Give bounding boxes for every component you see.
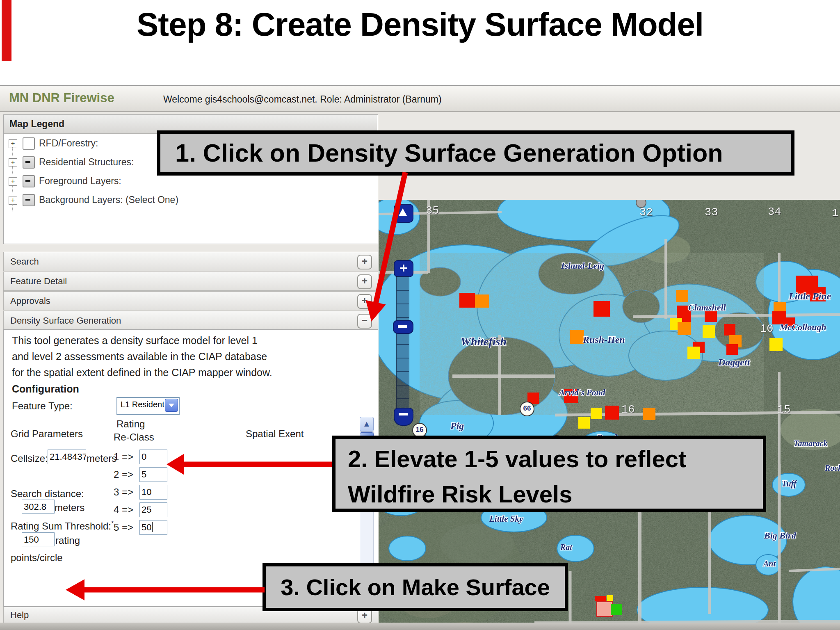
screenshot-root: Step 8: Create Density Surface Model MN … (0, 0, 840, 630)
tree-expand-icon[interactable]: + (9, 158, 17, 167)
layer-checkbox[interactable] (23, 156, 35, 169)
search-distance-input[interactable]: 302.8 (22, 500, 55, 514)
accordion-search[interactable]: Search + (3, 252, 378, 271)
reclass-row: 5 =>50 (114, 520, 179, 535)
layer-checkbox[interactable] (23, 137, 35, 150)
dsg-description-line3: for the spatial extent defined in the CI… (12, 367, 272, 379)
section-number-label: 32 (639, 206, 653, 219)
accordion-dsg-label: Density Surface Generation (10, 315, 121, 326)
lake-name-label: Island-Leig (561, 260, 604, 271)
lake-name-label: Little Pine (789, 291, 831, 302)
layer-tree-item[interactable]: +Foreground Layers: (4, 173, 373, 189)
section-number-label: 10 (760, 323, 773, 335)
expand-icon[interactable]: + (357, 255, 372, 269)
scroll-up-icon[interactable]: ▲ (360, 417, 374, 431)
lake-name-label: Tuff (782, 479, 797, 488)
search-distance-unit: meters (55, 502, 84, 514)
reclass-key: 2 => (114, 469, 133, 480)
rating-sum-threshold-label: Rating Sum Threshold:* (11, 520, 114, 532)
page-title: Step 8: Create Density Surface Model (0, 6, 840, 43)
accordion-help-label: Help (10, 610, 29, 621)
lake-name-label: Rat (560, 543, 572, 552)
lake-name-label: Arvid's Pond (559, 388, 605, 398)
threshold-unit2: points/circle (11, 552, 63, 564)
callout-step2: 2. Elevate 1-5 values to reflect Wildfir… (332, 436, 766, 512)
feature-type-select[interactable]: L1 Resident (116, 397, 180, 415)
app-logo-text: MN DNR Firewise (9, 91, 114, 105)
reclass-key: 1 => (114, 451, 133, 463)
lake-name-label: Clamshell (688, 302, 726, 313)
lake-name-label: Little Sky (489, 514, 523, 524)
rating-header-line2: Re-Class (114, 431, 154, 443)
zoom-slider-track[interactable] (396, 276, 409, 411)
accordion-approvals-label: Approvals (10, 296, 50, 306)
cellsize-input[interactable]: 21.484375 (48, 450, 86, 464)
layer-checkbox[interactable] (23, 194, 35, 206)
reclass-input[interactable]: 0 (139, 450, 167, 464)
lake-name-label: Whitefish (461, 335, 507, 348)
map-legend-title: Map Legend (9, 119, 64, 130)
chevron-down-icon[interactable] (165, 399, 178, 412)
reclass-row: 3 =>10 (114, 485, 179, 500)
cellsize-label: Cellsize: (11, 453, 48, 464)
layer-label: Residential Structures: (39, 157, 134, 168)
search-distance-label: Search distance: (11, 488, 84, 500)
spatial-extent-heading: Spatial Exent (246, 428, 304, 440)
reclass-input[interactable]: 10 (139, 485, 167, 500)
reclass-row: 1 =>0 (114, 450, 179, 464)
accordion-approvals[interactable]: Approvals + (3, 291, 378, 310)
section-number-label: 35 (426, 205, 439, 217)
feature-type-value: L1 Resident (121, 400, 164, 409)
cellsize-unit: meters (87, 453, 116, 464)
section-number-label: 16 (621, 404, 635, 416)
section-number-label: 15 (777, 404, 790, 416)
lake-name-label: Pig (450, 420, 464, 431)
zoom-out-button[interactable] (394, 408, 413, 426)
section-number-label: 34 (768, 206, 781, 218)
accordion-density-surface-generation[interactable]: Density Surface Generation − (3, 311, 378, 330)
welcome-text: Welcome gis4schools@comcast.net. Role: A… (163, 94, 442, 105)
layer-label: Foreground Layers: (39, 176, 121, 187)
highway-badge: 66 (520, 402, 534, 416)
lake-name-label: McCollough (780, 322, 826, 333)
layer-label: RFD/Forestry: (39, 138, 98, 149)
dsg-description-line2: and level 2 assessments available in the… (12, 351, 267, 363)
lake-name-label: Rush-Hen (583, 334, 625, 345)
tree-expand-icon[interactable]: + (9, 139, 17, 148)
layer-checkbox[interactable] (23, 175, 35, 187)
reclass-input[interactable]: 25 (139, 502, 167, 517)
callout-step2-line1: 2. Elevate 1-5 values to reflect (348, 441, 763, 477)
lake-name-label: Daggett (718, 357, 750, 368)
zoom-slider-handle[interactable] (393, 320, 413, 334)
feature-type-label: Feature Type: (12, 400, 73, 412)
reclass-input[interactable]: 5 (139, 467, 167, 482)
reclass-input[interactable]: 50 (139, 520, 167, 535)
dsg-description-line1: This tool generates a density surface mo… (12, 335, 258, 347)
lake-name-label: Ant (763, 559, 776, 568)
accordion-search-label: Search (10, 256, 39, 267)
callout-step1: 1. Click on Density Surface Generation O… (157, 130, 794, 176)
layer-label: Background Layers: (Select One) (39, 194, 178, 205)
layer-tree-item[interactable]: +Background Layers: (Select One) (4, 192, 373, 208)
app-header: MN DNR Firewise Welcome gis4schools@comc… (0, 86, 840, 112)
threshold-unit: rating (55, 535, 80, 546)
grid-parameters-heading: Grid Parameters (11, 428, 83, 440)
accordion-feature-detail[interactable]: Feature Detail + (3, 272, 378, 291)
collapse-icon[interactable]: − (357, 314, 372, 329)
tree-connector (12, 204, 13, 212)
lake-name-label: Rock (825, 463, 840, 473)
window-footer (0, 623, 840, 630)
expand-icon[interactable]: + (357, 274, 372, 289)
zoom-in-button[interactable]: + (394, 260, 413, 277)
expand-icon[interactable]: + (357, 294, 372, 309)
reclass-row: 4 =>25 (114, 502, 179, 517)
reclass-row: 2 =>5 (114, 467, 179, 482)
pan-up-button[interactable] (394, 204, 413, 223)
callout-step3: 3. Click on Make Surface (262, 563, 568, 611)
reclass-rows: 1 =>02 =>53 =>104 =>255 =>50 (114, 450, 179, 538)
reclass-key: 4 => (114, 504, 133, 516)
reclass-key: 3 => (114, 486, 133, 498)
tree-expand-icon[interactable]: + (9, 177, 17, 186)
tree-expand-icon[interactable]: + (9, 196, 17, 205)
threshold-input[interactable]: 150 (22, 532, 55, 546)
